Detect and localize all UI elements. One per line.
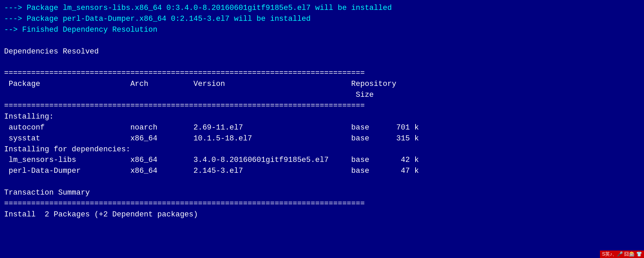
- terminal-line: Installing for dependencies:: [4, 145, 130, 154]
- terminal-line: Installing:: [4, 112, 54, 121]
- taskbar-icons: S英♪、🎤 囧🎰 👕: [602, 251, 642, 257]
- terminal-line: --> Finished Dependency Resolution: [4, 26, 157, 34]
- terminal-line: Size: [4, 91, 374, 99]
- terminal-line: ---> Package perl-Data-Dumper.x86_64 0:2…: [4, 15, 311, 23]
- terminal-line: Dependencies Resolved: [4, 47, 99, 56]
- terminal-line: sysstat x86_64 10.1.5-18.el7 base 315 k: [4, 134, 419, 143]
- terminal-line: ========================================…: [4, 199, 365, 208]
- terminal-line: ========================================…: [4, 69, 365, 77]
- terminal-line: perl-Data-Dumper x86_64 2.145-3.el7 base…: [4, 167, 419, 175]
- taskbar-overlay: S英♪、🎤 囧🎰 👕: [600, 251, 644, 258]
- terminal-line: Transaction Summary: [4, 188, 90, 197]
- terminal-line: ---> Package lm_sensors-libs.x86_64 0:3.…: [4, 4, 392, 12]
- terminal-window: ---> Package lm_sensors-libs.x86_64 0:3.…: [0, 0, 644, 258]
- terminal-line: lm_sensors-libs x86_64 3.4.0-8.20160601g…: [4, 156, 419, 164]
- terminal-line: ========================================…: [4, 102, 365, 110]
- terminal-line: Install 2 Packages (+2 Dependent package…: [4, 210, 198, 219]
- terminal-line: Package Arch Version Repository: [4, 80, 396, 88]
- terminal-line: autoconf noarch 2.69-11.el7 base 701 k: [4, 123, 419, 132]
